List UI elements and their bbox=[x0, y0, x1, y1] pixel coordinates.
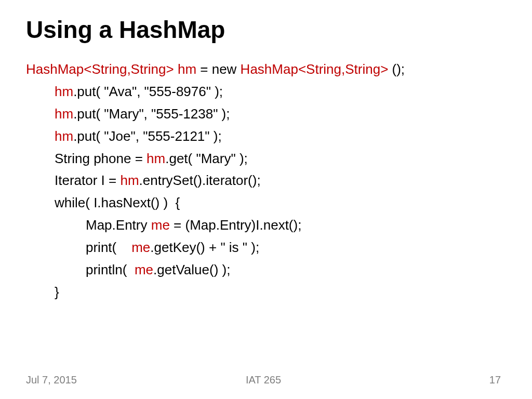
code-token: .get( "Mary" ); bbox=[165, 151, 248, 166]
code-token: me bbox=[151, 217, 170, 233]
slide-content: HashMap<String,String> hm = new HashMap<… bbox=[26, 58, 506, 374]
code-token: .getKey() + " is " ); bbox=[150, 240, 259, 255]
code-token: me bbox=[135, 262, 153, 277]
code-token: = new bbox=[196, 61, 241, 77]
code-token: Map.Entry bbox=[86, 217, 151, 233]
code-token: hm bbox=[147, 151, 165, 166]
code-token: (); bbox=[388, 61, 405, 77]
code-token: = (Map.Entry)I.next(); bbox=[170, 217, 302, 233]
footer-course: IAT 265 bbox=[184, 374, 343, 386]
code-token: .entrySet().iterator(); bbox=[139, 172, 261, 188]
code-line-2: hm.put( "Ava", "555-8976" ); bbox=[26, 81, 506, 103]
code-token: HashMap<String,String> hm bbox=[26, 61, 196, 77]
code-line-3: hm.put( "Mary", "555-1238" ); bbox=[26, 103, 506, 125]
code-line-6: Iterator I = hm.entrySet().iterator(); bbox=[26, 169, 506, 192]
code-token: HashMap<String,String> bbox=[241, 61, 389, 77]
code-token: .put( "Mary", "555-1238" ); bbox=[73, 106, 230, 122]
code-line-8: Map.Entry me = (Map.Entry)I.next(); bbox=[26, 214, 506, 236]
code-token: .put( "Joe", "555-2121" ); bbox=[73, 128, 222, 144]
code-line-5: String phone = hm.get( "Mary" ); bbox=[26, 148, 506, 170]
code-line-4: hm.put( "Joe", "555-2121" ); bbox=[26, 125, 506, 148]
code-token: hm bbox=[120, 172, 139, 188]
code-token: println( bbox=[86, 262, 135, 277]
code-token: .put( "Ava", "555-8976" ); bbox=[73, 84, 223, 99]
code-line-9: print( me.getKey() + " is " ); bbox=[26, 236, 506, 259]
slide-container: Using a HashMap HashMap<String,String> h… bbox=[0, 0, 532, 399]
code-token: print( bbox=[86, 240, 131, 255]
code-token: hm bbox=[55, 106, 73, 122]
code-token: String phone = bbox=[55, 151, 147, 166]
footer-date: Jul 7, 2015 bbox=[26, 374, 184, 386]
code-token: hm bbox=[55, 128, 73, 144]
code-line-1: HashMap<String,String> hm = new HashMap<… bbox=[26, 58, 506, 81]
code-token: Iterator I = bbox=[55, 172, 120, 188]
slide-footer: Jul 7, 2015 IAT 265 17 bbox=[26, 374, 506, 386]
code-token: while( I.hasNext() ) { bbox=[55, 195, 180, 210]
code-token: hm bbox=[55, 84, 73, 99]
code-line-7: while( I.hasNext() ) { bbox=[26, 192, 506, 214]
code-line-10: println( me.getValue() ); bbox=[26, 259, 506, 281]
slide-title: Using a HashMap bbox=[26, 16, 506, 44]
code-token: .getValue() ); bbox=[153, 262, 230, 277]
code-token: me bbox=[131, 240, 150, 255]
code-token: } bbox=[55, 284, 59, 300]
code-line-11: } bbox=[26, 281, 506, 303]
footer-page: 17 bbox=[342, 374, 501, 386]
